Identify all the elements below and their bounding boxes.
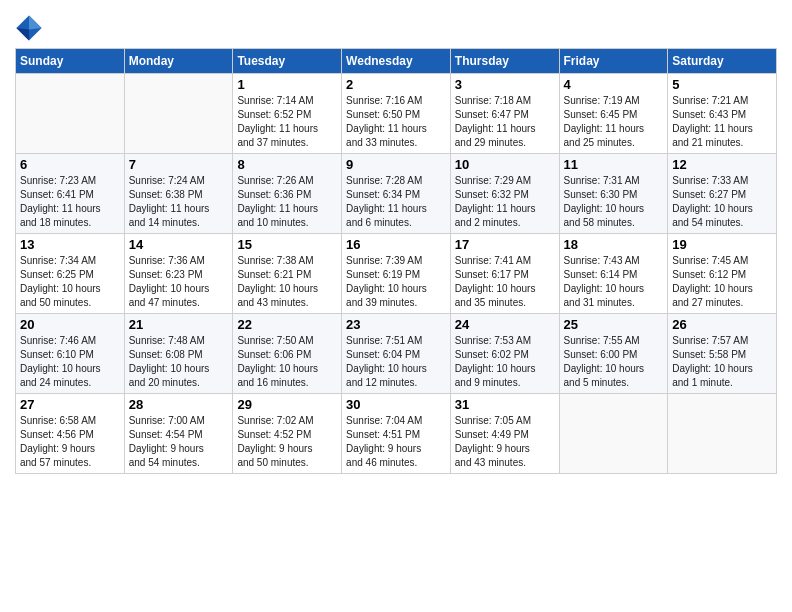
- weekday-header-wednesday: Wednesday: [342, 49, 451, 74]
- calendar-table: SundayMondayTuesdayWednesdayThursdayFrid…: [15, 48, 777, 474]
- day-info: Sunrise: 7:38 AM Sunset: 6:21 PM Dayligh…: [237, 254, 337, 310]
- calendar-cell: 11Sunrise: 7:31 AM Sunset: 6:30 PM Dayli…: [559, 154, 668, 234]
- day-info: Sunrise: 7:34 AM Sunset: 6:25 PM Dayligh…: [20, 254, 120, 310]
- calendar-cell: 9Sunrise: 7:28 AM Sunset: 6:34 PM Daylig…: [342, 154, 451, 234]
- day-number: 20: [20, 317, 120, 332]
- day-info: Sunrise: 7:33 AM Sunset: 6:27 PM Dayligh…: [672, 174, 772, 230]
- day-number: 3: [455, 77, 555, 92]
- calendar-cell: 12Sunrise: 7:33 AM Sunset: 6:27 PM Dayli…: [668, 154, 777, 234]
- day-info: Sunrise: 7:16 AM Sunset: 6:50 PM Dayligh…: [346, 94, 446, 150]
- calendar-cell: 26Sunrise: 7:57 AM Sunset: 5:58 PM Dayli…: [668, 314, 777, 394]
- weekday-header-monday: Monday: [124, 49, 233, 74]
- day-info: Sunrise: 6:58 AM Sunset: 4:56 PM Dayligh…: [20, 414, 120, 470]
- day-info: Sunrise: 7:19 AM Sunset: 6:45 PM Dayligh…: [564, 94, 664, 150]
- day-info: Sunrise: 7:02 AM Sunset: 4:52 PM Dayligh…: [237, 414, 337, 470]
- day-number: 22: [237, 317, 337, 332]
- page-header: [15, 10, 777, 42]
- day-number: 2: [346, 77, 446, 92]
- day-number: 27: [20, 397, 120, 412]
- day-info: Sunrise: 7:29 AM Sunset: 6:32 PM Dayligh…: [455, 174, 555, 230]
- calendar-cell: 14Sunrise: 7:36 AM Sunset: 6:23 PM Dayli…: [124, 234, 233, 314]
- calendar-cell: [16, 74, 125, 154]
- calendar-cell: 1Sunrise: 7:14 AM Sunset: 6:52 PM Daylig…: [233, 74, 342, 154]
- day-info: Sunrise: 7:48 AM Sunset: 6:08 PM Dayligh…: [129, 334, 229, 390]
- day-info: Sunrise: 7:39 AM Sunset: 6:19 PM Dayligh…: [346, 254, 446, 310]
- calendar-cell: 28Sunrise: 7:00 AM Sunset: 4:54 PM Dayli…: [124, 394, 233, 474]
- day-number: 21: [129, 317, 229, 332]
- calendar-cell: 25Sunrise: 7:55 AM Sunset: 6:00 PM Dayli…: [559, 314, 668, 394]
- day-info: Sunrise: 7:04 AM Sunset: 4:51 PM Dayligh…: [346, 414, 446, 470]
- calendar-cell: [668, 394, 777, 474]
- day-number: 4: [564, 77, 664, 92]
- calendar-week-row: 27Sunrise: 6:58 AM Sunset: 4:56 PM Dayli…: [16, 394, 777, 474]
- day-number: 5: [672, 77, 772, 92]
- day-number: 10: [455, 157, 555, 172]
- day-info: Sunrise: 7:21 AM Sunset: 6:43 PM Dayligh…: [672, 94, 772, 150]
- weekday-header-thursday: Thursday: [450, 49, 559, 74]
- day-info: Sunrise: 7:14 AM Sunset: 6:52 PM Dayligh…: [237, 94, 337, 150]
- day-number: 18: [564, 237, 664, 252]
- calendar-cell: 2Sunrise: 7:16 AM Sunset: 6:50 PM Daylig…: [342, 74, 451, 154]
- calendar-cell: 24Sunrise: 7:53 AM Sunset: 6:02 PM Dayli…: [450, 314, 559, 394]
- logo-icon: [15, 14, 43, 42]
- day-info: Sunrise: 7:24 AM Sunset: 6:38 PM Dayligh…: [129, 174, 229, 230]
- day-number: 7: [129, 157, 229, 172]
- calendar-week-row: 20Sunrise: 7:46 AM Sunset: 6:10 PM Dayli…: [16, 314, 777, 394]
- calendar-cell: 31Sunrise: 7:05 AM Sunset: 4:49 PM Dayli…: [450, 394, 559, 474]
- day-number: 25: [564, 317, 664, 332]
- calendar-cell: 10Sunrise: 7:29 AM Sunset: 6:32 PM Dayli…: [450, 154, 559, 234]
- calendar-cell: 29Sunrise: 7:02 AM Sunset: 4:52 PM Dayli…: [233, 394, 342, 474]
- svg-marker-2: [16, 28, 29, 41]
- calendar-cell: 27Sunrise: 6:58 AM Sunset: 4:56 PM Dayli…: [16, 394, 125, 474]
- day-number: 17: [455, 237, 555, 252]
- day-info: Sunrise: 7:43 AM Sunset: 6:14 PM Dayligh…: [564, 254, 664, 310]
- day-number: 11: [564, 157, 664, 172]
- weekday-header-saturday: Saturday: [668, 49, 777, 74]
- day-info: Sunrise: 7:57 AM Sunset: 5:58 PM Dayligh…: [672, 334, 772, 390]
- day-number: 14: [129, 237, 229, 252]
- calendar-cell: 18Sunrise: 7:43 AM Sunset: 6:14 PM Dayli…: [559, 234, 668, 314]
- calendar-cell: 20Sunrise: 7:46 AM Sunset: 6:10 PM Dayli…: [16, 314, 125, 394]
- day-number: 8: [237, 157, 337, 172]
- calendar-cell: 17Sunrise: 7:41 AM Sunset: 6:17 PM Dayli…: [450, 234, 559, 314]
- svg-marker-1: [29, 15, 42, 29]
- calendar-week-row: 13Sunrise: 7:34 AM Sunset: 6:25 PM Dayli…: [16, 234, 777, 314]
- calendar-cell: 7Sunrise: 7:24 AM Sunset: 6:38 PM Daylig…: [124, 154, 233, 234]
- calendar-cell: 19Sunrise: 7:45 AM Sunset: 6:12 PM Dayli…: [668, 234, 777, 314]
- weekday-header-sunday: Sunday: [16, 49, 125, 74]
- calendar-cell: 5Sunrise: 7:21 AM Sunset: 6:43 PM Daylig…: [668, 74, 777, 154]
- calendar-week-row: 6Sunrise: 7:23 AM Sunset: 6:41 PM Daylig…: [16, 154, 777, 234]
- day-info: Sunrise: 7:00 AM Sunset: 4:54 PM Dayligh…: [129, 414, 229, 470]
- day-number: 30: [346, 397, 446, 412]
- day-info: Sunrise: 7:51 AM Sunset: 6:04 PM Dayligh…: [346, 334, 446, 390]
- day-info: Sunrise: 7:23 AM Sunset: 6:41 PM Dayligh…: [20, 174, 120, 230]
- weekday-header-tuesday: Tuesday: [233, 49, 342, 74]
- calendar-cell: 3Sunrise: 7:18 AM Sunset: 6:47 PM Daylig…: [450, 74, 559, 154]
- day-info: Sunrise: 7:31 AM Sunset: 6:30 PM Dayligh…: [564, 174, 664, 230]
- day-number: 26: [672, 317, 772, 332]
- calendar-cell: 8Sunrise: 7:26 AM Sunset: 6:36 PM Daylig…: [233, 154, 342, 234]
- day-info: Sunrise: 7:46 AM Sunset: 6:10 PM Dayligh…: [20, 334, 120, 390]
- weekday-header-friday: Friday: [559, 49, 668, 74]
- day-info: Sunrise: 7:28 AM Sunset: 6:34 PM Dayligh…: [346, 174, 446, 230]
- day-number: 16: [346, 237, 446, 252]
- day-number: 15: [237, 237, 337, 252]
- day-number: 19: [672, 237, 772, 252]
- calendar-cell: 6Sunrise: 7:23 AM Sunset: 6:41 PM Daylig…: [16, 154, 125, 234]
- calendar-cell: 30Sunrise: 7:04 AM Sunset: 4:51 PM Dayli…: [342, 394, 451, 474]
- day-number: 1: [237, 77, 337, 92]
- calendar-cell: 21Sunrise: 7:48 AM Sunset: 6:08 PM Dayli…: [124, 314, 233, 394]
- calendar-cell: 15Sunrise: 7:38 AM Sunset: 6:21 PM Dayli…: [233, 234, 342, 314]
- day-info: Sunrise: 7:18 AM Sunset: 6:47 PM Dayligh…: [455, 94, 555, 150]
- calendar-cell: [124, 74, 233, 154]
- calendar-cell: [559, 394, 668, 474]
- day-number: 23: [346, 317, 446, 332]
- day-info: Sunrise: 7:05 AM Sunset: 4:49 PM Dayligh…: [455, 414, 555, 470]
- calendar-cell: 4Sunrise: 7:19 AM Sunset: 6:45 PM Daylig…: [559, 74, 668, 154]
- calendar-cell: 22Sunrise: 7:50 AM Sunset: 6:06 PM Dayli…: [233, 314, 342, 394]
- day-info: Sunrise: 7:36 AM Sunset: 6:23 PM Dayligh…: [129, 254, 229, 310]
- day-number: 28: [129, 397, 229, 412]
- logo: [15, 14, 45, 42]
- calendar-cell: 16Sunrise: 7:39 AM Sunset: 6:19 PM Dayli…: [342, 234, 451, 314]
- calendar-cell: 23Sunrise: 7:51 AM Sunset: 6:04 PM Dayli…: [342, 314, 451, 394]
